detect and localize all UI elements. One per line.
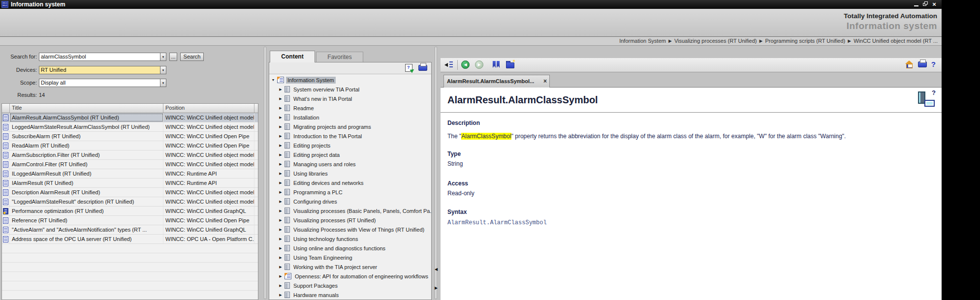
scope-select[interactable]: Display all <box>39 79 160 87</box>
tree-item[interactable]: ▶ Openness: API for automation of engine… <box>269 271 431 281</box>
description-text: The "AlarmClassSymbol" property returns … <box>447 133 846 140</box>
search-result-row[interactable]: AlarmControl.Filter (RT Unified) WINCC: … <box>2 160 258 169</box>
search-result-row[interactable]: "LoggedAlarmStateResult" description (RT… <box>2 197 258 207</box>
tree-expander-icon[interactable]: ▶ <box>278 265 284 269</box>
tree-expander-icon[interactable]: ▶ <box>278 274 284 278</box>
tree-item[interactable]: ▶ Hardware manuals <box>269 290 431 300</box>
search-result-row[interactable]: AlarmResult.AlarmClassSymbol (RT Unified… <box>2 113 258 122</box>
splitter-collapse-left-icon[interactable]: ◀ <box>432 267 441 271</box>
tree-item[interactable]: ▶ Working with the TIA project server <box>269 262 431 271</box>
search-result-row[interactable]: "ActiveAlarm" and "ActiveAlarmNotificati… <box>2 225 258 235</box>
search-result-row[interactable]: ReadAlarm (RT Unified) WINCC: WinCC Unif… <box>2 141 258 150</box>
search-result-row[interactable]: Performance optimization (RT Unified) WI… <box>2 207 258 216</box>
tree-item[interactable]: ▶ Editing devices and networks <box>269 178 431 187</box>
tree-expander-icon[interactable]: ▶ <box>278 97 284 101</box>
restore-button[interactable] <box>922 1 929 8</box>
search-input[interactable]: alarmClassSymbol <box>39 53 160 61</box>
tree-item[interactable]: ▶ Using technology functions <box>269 234 431 243</box>
tree-expander-icon[interactable]: ▶ <box>278 134 284 138</box>
tab-favorites[interactable]: Favorites <box>316 52 363 62</box>
tab-close-icon[interactable]: × <box>543 75 547 87</box>
contents-pane-toggle-icon[interactable] <box>444 61 453 69</box>
tab-content[interactable]: Content <box>270 51 315 62</box>
bookmarks-icon[interactable] <box>493 61 500 68</box>
home-icon[interactable] <box>905 60 913 68</box>
tree-item[interactable]: ▶ Visualizing processes (Basic Panels, P… <box>269 206 431 215</box>
tree-item[interactable]: ▶ Readme <box>269 103 431 113</box>
tree-item[interactable]: ▶ Configuring drives <box>269 197 431 206</box>
tree-item[interactable]: ▶ Visualizing processes (RT Unified) <box>269 215 431 225</box>
tree-expander-icon[interactable]: ▶ <box>278 200 284 204</box>
breadcrumb[interactable]: Information System ► Visualizing process… <box>619 37 938 45</box>
tree-item[interactable]: ▶ What's new in TIA Portal <box>269 94 431 103</box>
tree-item[interactable]: ▶ Introduction to the TIA Portal <box>269 131 431 141</box>
search-dropdown-icon[interactable]: ▼ <box>160 53 166 61</box>
tree-expander-icon[interactable]: ▶ <box>278 209 284 213</box>
tree-item[interactable]: ▶ Using online and diagnostics functions <box>269 243 431 253</box>
topic-tab[interactable]: AlarmResult.AlarmClassSymbol... × <box>443 75 550 88</box>
close-button[interactable]: × <box>931 1 938 8</box>
search-result-row[interactable]: Reference (RT Unified) WINCC: WinCC Unif… <box>2 216 258 225</box>
tree-item[interactable]: ▶ Installation <box>269 113 431 122</box>
right-splitter[interactable]: ◀ ▶ <box>432 46 441 300</box>
tree-item[interactable]: ▶ Editing project data <box>269 150 431 159</box>
tree-item[interactable]: ▶ Using libraries <box>269 169 431 178</box>
tree-expander-icon[interactable]: ▶ <box>278 153 284 157</box>
tree-item[interactable]: ▶ Programming a PLC <box>269 187 431 197</box>
print-icon[interactable] <box>418 65 427 71</box>
result-title: LoggedAlarmStateResult.AlarmClassSymbol … <box>10 122 163 131</box>
tree-expander-icon[interactable]: ▶ <box>278 88 284 91</box>
locate-topic-icon[interactable] <box>405 64 412 72</box>
search-result-row[interactable]: Description AlarmResult (RT Unified) WIN… <box>2 188 258 197</box>
forward-icon[interactable]: ▶ <box>475 60 483 69</box>
icon-column-header[interactable] <box>2 104 10 113</box>
devices-select[interactable]: RT Unified <box>39 66 160 74</box>
search-result-row[interactable]: SubscribeAlarm (RT Unified) WINCC: WinCC… <box>2 132 258 141</box>
left-splitter[interactable] <box>261 46 269 300</box>
tree-expander-icon[interactable]: ▶ <box>278 237 284 241</box>
tree-expander-icon[interactable]: ▶ <box>278 106 284 110</box>
tree-item[interactable]: ▶ Support Packages <box>269 281 431 290</box>
result-doc-icon <box>3 133 8 140</box>
tree-expander-icon[interactable]: ▶ <box>278 284 284 288</box>
tree-expander-icon[interactable]: ▶ <box>278 228 284 232</box>
devices-dropdown-icon[interactable]: ▼ <box>160 66 166 74</box>
minimize-button[interactable] <box>913 1 920 8</box>
tree-item[interactable]: ▶ Managing users and roles <box>269 159 431 169</box>
help-icon[interactable]: ? <box>931 60 936 68</box>
search-result-row[interactable]: ILoggedAlarmResult (RT Unified) WINCC: R… <box>2 169 258 179</box>
tree-expander-icon[interactable]: ▶ <box>278 116 284 120</box>
back-icon[interactable]: ◀ <box>461 60 470 69</box>
tree-expander-icon[interactable]: ▶ <box>278 218 284 222</box>
search-button[interactable]: Search <box>180 53 204 61</box>
tree-item[interactable]: ▶ System overview TIA Portal <box>269 85 431 94</box>
information-system-window: ONLI HELP Information system × Totally I… <box>0 0 942 300</box>
tree-expander-icon[interactable]: ▶ <box>278 162 284 166</box>
search-result-row[interactable]: AlarmSubscription.Filter (RT Unified) WI… <box>2 150 258 160</box>
tree-expander-icon[interactable]: ▶ <box>278 172 284 176</box>
search-result-row[interactable]: Address space of the OPC UA server (RT U… <box>2 235 258 244</box>
title-column-header[interactable]: Title <box>10 104 163 113</box>
tree-expander-icon[interactable]: ▶ <box>278 190 284 194</box>
tree-item[interactable]: ▼ Information System <box>269 75 431 85</box>
splitter-collapse-right-icon[interactable]: ▶ <box>432 286 441 290</box>
search-result-row[interactable]: LoggedAlarmStateResult.AlarmClassSymbol … <box>2 122 258 132</box>
tree-expander-icon[interactable]: ▶ <box>278 293 284 297</box>
tree-expander-icon[interactable]: ▶ <box>278 181 284 185</box>
tree-expander-icon[interactable]: ▶ <box>278 256 284 260</box>
tree-expander-icon[interactable]: ▼ <box>270 78 276 82</box>
topic-tools-icon[interactable]: ? <box>918 90 936 110</box>
tree-item[interactable]: ▶ Visualizing Processes with View of Thi… <box>269 225 431 234</box>
tree-expander-icon[interactable]: ▶ <box>278 246 284 250</box>
tree-item[interactable]: ▶ Editing projects <box>269 141 431 150</box>
search-result-row[interactable]: IAlarmResult (RT Unified) WINCC: Runtime… <box>2 179 258 188</box>
position-column-header[interactable]: Position <box>163 104 254 113</box>
scope-dropdown-icon[interactable]: ▼ <box>160 79 166 87</box>
browse-button[interactable]: ... <box>169 53 177 61</box>
tree-item[interactable]: ▶ Using Team Engineering <box>269 253 431 262</box>
tree-expander-icon[interactable]: ▶ <box>278 125 284 129</box>
tree-expander-icon[interactable]: ▶ <box>278 144 284 148</box>
print-topic-icon[interactable] <box>918 61 927 67</box>
tree-item[interactable]: ▶ Migrating projects and programs <box>269 122 431 131</box>
new-folder-star-icon[interactable] <box>506 62 514 68</box>
